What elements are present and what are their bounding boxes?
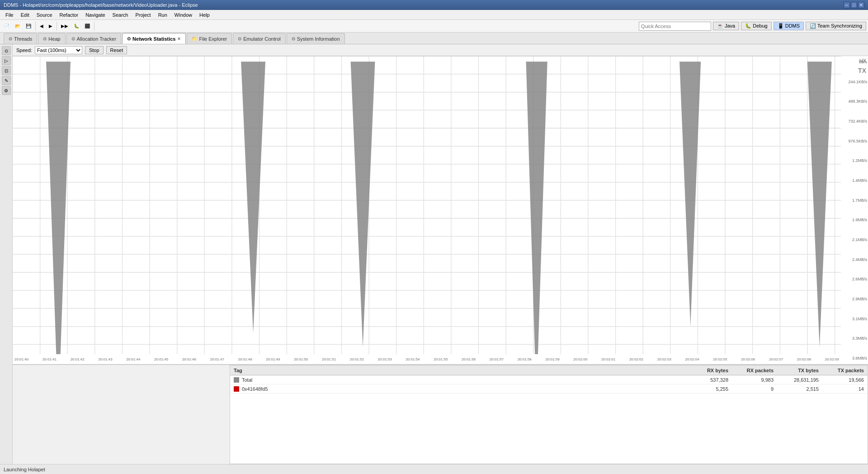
main-content: ⊙ ▷ ⊡ ✎ ⚙ Speed: Fast (100ms) Medium (50… [0,44,868,464]
status-bar: Launching Holapet [0,464,868,474]
close-button[interactable]: ✕ [858,2,864,8]
quick-access-input[interactable] [639,22,711,31]
x-label-8: 20:01:48 [238,357,252,361]
side-icon-1[interactable]: ⊙ [2,46,11,55]
x-label-23: 20:02:03 [657,357,671,361]
perspective-ddms[interactable]: 📱 DDMS [774,22,804,30]
th-tag: Tag [230,368,687,373]
y-label-5: 1.2MB/s [844,158,867,163]
th-rx-bytes: RX bytes [687,368,732,373]
y-label-1: 244.1KB/s [844,80,867,84]
y-label-13: 3.1MB/s [844,317,867,321]
menu-project[interactable]: Project [132,11,154,19]
x-label-24: 20:02:04 [685,357,699,361]
toolbar-debug[interactable]: 🐛 [71,21,81,31]
menu-search[interactable]: Search [109,11,132,19]
toolbar-save[interactable]: 💾 [24,21,33,31]
menu-help[interactable]: Help [196,11,213,19]
x-label-9: 20:01:49 [266,357,280,361]
left-panel: ⊙ ▷ ⊡ ✎ ⚙ [0,44,13,464]
y-label-9: 2.1MB/s [844,237,867,242]
perspective-team-sync[interactable]: 🔄 Team Synchronizing [806,22,866,30]
tab-threads[interactable]: ⊙ Threads [4,33,37,44]
side-icon-3[interactable]: ⊡ [2,66,11,75]
toolbar: 📄 📂 💾 ◀ ▶ ▶▶ 🐛 ⬛ ☕ Java 🐛 Debug 📱 DDMS 🔄… [0,20,868,33]
x-label-22: 20:02:02 [629,357,643,361]
left-spacer [13,365,230,464]
td-rx-bytes-total: 537,328 [687,377,732,383]
toolbar-stop[interactable]: ⬛ [82,21,92,31]
tab-emulator-control[interactable]: ⊙ Emulator Control [233,33,286,44]
x-label-14: 20:01:54 [406,357,420,361]
tab-system-information[interactable]: ⊙ System Information [287,33,345,44]
heap-icon: ⊙ [43,36,47,41]
x-label-13: 20:01:53 [378,357,392,361]
chart-spike-3 [351,62,375,347]
reset-button[interactable]: Reset [106,46,127,54]
tab-file-explorer[interactable]: 📁 File Explorer [187,33,232,44]
menu-refactor[interactable]: Refactor [56,11,82,19]
y-label-15: 3.6MB/s [844,356,867,360]
chart-spike-2 [241,62,265,333]
tab-network-statistics-label: Network Statistics [132,36,175,42]
td-rx-packets-total: 9,983 [732,377,777,383]
side-icon-5[interactable]: ⚙ [2,86,11,95]
toolbar-open[interactable]: 📂 [13,21,23,31]
stop-button[interactable]: Stop [85,46,104,54]
chart-container: HX TX [13,56,868,365]
x-label-7: 20:01:47 [210,357,224,361]
td-tag-total: Total [230,377,687,383]
x-label-27: 20:02:07 [769,357,783,361]
menu-file[interactable]: File [2,11,17,19]
menu-source[interactable]: Source [33,11,56,19]
maximize-button[interactable]: □ [851,2,857,8]
x-label-28: 20:02:08 [797,357,811,361]
td-tx-bytes-total: 28,631,195 [777,377,822,383]
menu-edit[interactable]: Edit [17,11,33,19]
toolbar-forward[interactable]: ▶ [47,21,55,31]
x-label-5: 20:01:45 [154,357,168,361]
threads-icon: ⊙ [9,36,12,41]
chart-spike-4 [526,62,547,354]
perspective-debug[interactable]: 🐛 Debug [741,22,771,30]
network-icon: ⊙ [127,36,131,41]
th-tx-bytes: TX bytes [777,368,822,373]
x-label-18: 20:01:58 [518,357,532,361]
speed-select[interactable]: Fast (100ms) Medium (500ms) Slow (1s) [35,46,82,54]
toolbar-run[interactable]: ▶▶ [59,21,71,31]
table-row[interactable]: 0x41648fd5 5,255 9 2,515 14 [230,384,868,393]
side-icon-4[interactable]: ✎ [2,76,11,85]
tab-system-info-label: System Information [297,36,340,42]
status-message: Launching Holapet [4,467,45,472]
y-label-8: 1.9MB/s [844,218,867,222]
network-panel: Speed: Fast (100ms) Medium (500ms) Slow … [13,44,868,464]
tab-allocation-tracker[interactable]: ⊙ Allocation Tracker [66,33,121,44]
perspective-java[interactable]: ☕ Java [713,22,739,30]
x-label-25: 20:02:05 [713,357,727,361]
side-icon-2[interactable]: ▷ [2,56,11,65]
toolbar-back[interactable]: ◀ [38,21,46,31]
speed-label: Speed: [16,47,32,53]
table-row[interactable]: Total 537,328 9,983 28,631,195 19,566 [230,375,868,384]
x-label-21: 20:02:01 [601,357,615,361]
toolbar-new[interactable]: 📄 [2,21,12,31]
x-label-1: 20:01:41 [42,357,57,361]
menu-run[interactable]: Run [155,11,171,19]
menu-navigate[interactable]: Navigate [82,11,108,19]
menu-window[interactable]: Window [171,11,196,19]
toolbar-sep-3 [94,22,94,31]
x-label-6: 20:01:46 [182,357,196,361]
y-label-11: 2.6MB/s [844,277,867,281]
x-label-29: 20:02:09 [825,357,839,361]
y-label-3: 732.4KB/s [844,119,867,123]
tab-allocation-tracker-label: Allocation Tracker [77,36,116,42]
y-label-10: 2.4MB/s [844,257,867,262]
emulator-icon: ⊙ [238,36,241,41]
x-label-19: 20:01:59 [545,357,559,361]
tab-network-statistics[interactable]: ⊙ Network Statistics ✕ [122,33,186,44]
minimize-button[interactable]: ─ [844,2,850,8]
tab-network-close[interactable]: ✕ [177,37,181,41]
x-label-15: 20:01:55 [434,357,448,361]
system-info-icon: ⊙ [292,36,295,41]
tab-heap[interactable]: ⊙ Heap [38,33,65,44]
